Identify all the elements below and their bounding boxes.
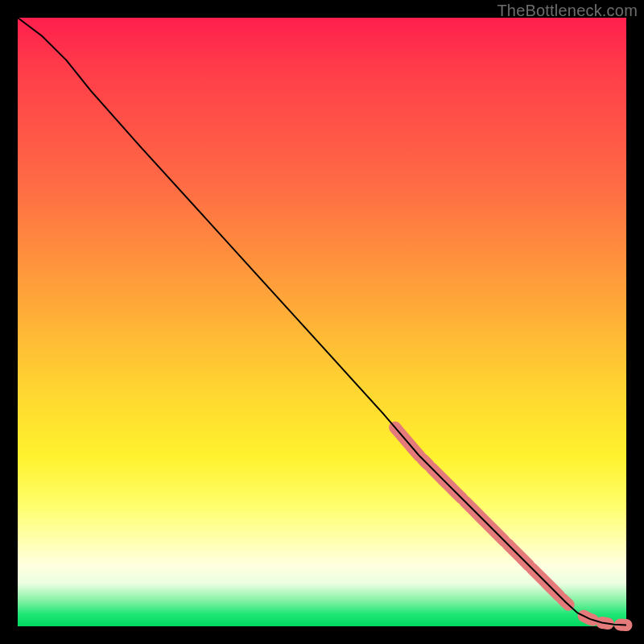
chart-frame: TheBottleneck.com xyxy=(0,0,644,644)
watermark-text: TheBottleneck.com xyxy=(497,2,638,20)
plot-area xyxy=(18,18,626,626)
chart-svg xyxy=(18,18,626,626)
highlight-blobs xyxy=(395,427,626,625)
curve-line xyxy=(18,18,626,625)
